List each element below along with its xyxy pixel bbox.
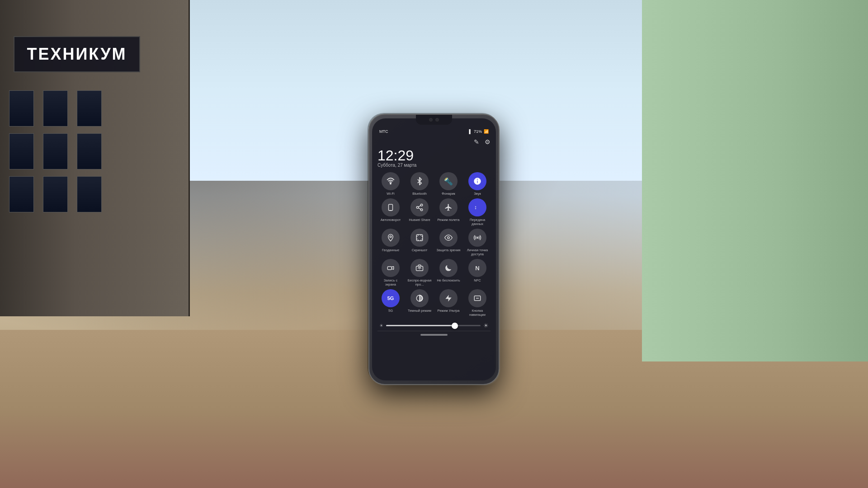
edit-button[interactable]: ✎ bbox=[474, 138, 479, 145]
camera bbox=[429, 118, 433, 122]
tile-icon-auto-rotate bbox=[382, 198, 400, 216]
tile-icon-5g: 5G bbox=[382, 289, 400, 307]
tile-icon-ultra-mode bbox=[439, 289, 458, 307]
tile-label-sound: Звук bbox=[474, 192, 481, 196]
svg-point-2 bbox=[420, 204, 423, 206]
tile-icon-wireless-proj bbox=[410, 259, 429, 277]
tile-flashlight[interactable]: 🔦Фонарик bbox=[435, 172, 462, 196]
tile-5g[interactable]: 5G5G bbox=[377, 289, 404, 317]
svg-rect-1 bbox=[389, 204, 393, 211]
tile-label-ultra-mode: Режим Ультра bbox=[438, 309, 460, 313]
clock-time: 12:29 bbox=[377, 148, 491, 163]
battery-icon: ▌ bbox=[469, 129, 472, 134]
tile-wifi[interactable]: Wi-Fi bbox=[377, 172, 404, 196]
svg-line-5 bbox=[418, 208, 420, 209]
tile-sound[interactable]: Звук bbox=[464, 172, 491, 196]
tile-ultra-mode[interactable]: Режим Ультра bbox=[435, 289, 462, 317]
tile-icon-eye-protection bbox=[439, 229, 458, 247]
tile-label-dark-mode: Темный режим bbox=[408, 309, 431, 313]
tile-data-transfer[interactable]: ↕ Передача данных bbox=[464, 198, 491, 226]
tile-label-nfc: NFC bbox=[474, 278, 481, 282]
tile-label-nav-button: Кнопка навигации bbox=[465, 309, 490, 317]
home-indicator bbox=[420, 334, 448, 336]
tile-icon-flashlight: 🔦 bbox=[439, 172, 458, 190]
store-sign: ТЕХНИКУМ bbox=[14, 36, 140, 72]
qs-topbar: ✎ ⚙ bbox=[377, 138, 491, 145]
clock-area: 12:29 Суббота, 27 марта bbox=[377, 148, 491, 168]
tile-icon-nfc: N bbox=[468, 259, 486, 277]
signal-icon: 📶 bbox=[484, 129, 489, 134]
svg-point-3 bbox=[416, 206, 419, 209]
status-right: ▌ 71% 📶 bbox=[469, 129, 489, 134]
status-bar: МТС ▌ 71% 📶 bbox=[372, 127, 496, 135]
tile-label-wireless-proj: Беспро-водная про... bbox=[407, 278, 432, 286]
tile-label-hotspot: Личная точка доступа bbox=[465, 248, 490, 256]
tile-bluetooth[interactable]: Bluetooth bbox=[406, 172, 433, 196]
carrier: МТС bbox=[379, 129, 388, 134]
tile-icon-nav-button bbox=[468, 289, 486, 307]
phone-device: МТС ▌ 71% 📶 ✎ ⚙ 12:29 Суббота, 27 марта bbox=[368, 114, 500, 385]
tile-huawei-share[interactable]: Huawei Share bbox=[406, 198, 433, 226]
phone-screen: МТС ▌ 71% 📶 ✎ ⚙ 12:29 Суббота, 27 марта bbox=[372, 118, 496, 380]
svg-text:↕: ↕ bbox=[474, 204, 477, 210]
settings-button[interactable]: ⚙ bbox=[485, 138, 491, 145]
tile-airplane[interactable]: Режим полета bbox=[435, 198, 462, 226]
svg-rect-9 bbox=[416, 235, 423, 241]
tile-icon-huawei-share bbox=[410, 198, 429, 216]
svg-point-0 bbox=[390, 183, 391, 184]
tile-dark-mode[interactable]: Темный режим bbox=[406, 289, 433, 317]
clock-date: Суббота, 27 марта bbox=[377, 163, 491, 168]
tile-label-geodata: Геоданные bbox=[382, 248, 399, 252]
tile-icon-wifi bbox=[382, 172, 400, 190]
svg-point-4 bbox=[420, 209, 423, 211]
building-windows bbox=[9, 90, 104, 212]
tile-label-airplane: Режим полета bbox=[437, 218, 459, 222]
tile-label-5g: 5G bbox=[388, 309, 393, 313]
brightness-min-icon: ☀ bbox=[379, 323, 383, 328]
quick-settings-panel: ✎ ⚙ 12:29 Суббота, 27 марта Wi-Fi Blueto… bbox=[372, 135, 496, 342]
battery-level: 71% bbox=[474, 129, 482, 134]
tile-screenshot[interactable]: Скриншот bbox=[406, 229, 433, 256]
bottom-bar bbox=[377, 331, 491, 338]
svg-line-6 bbox=[418, 206, 420, 207]
tile-icon-bluetooth bbox=[410, 172, 429, 190]
tile-label-wifi: Wi-Fi bbox=[387, 192, 395, 196]
tile-geodata[interactable]: Геоданные bbox=[377, 229, 404, 256]
building-left: ТЕХНИКУМ bbox=[0, 0, 190, 316]
brightness-thumb[interactable] bbox=[452, 323, 458, 329]
tile-hotspot[interactable]: Личная точка доступа bbox=[464, 229, 491, 256]
brightness-fill bbox=[386, 325, 454, 326]
tile-icon-screenshot bbox=[410, 229, 429, 247]
tile-icon-data-transfer: ↕ bbox=[468, 198, 486, 216]
tile-dnd[interactable]: Не беспокоить bbox=[435, 259, 462, 286]
tile-icon-sound bbox=[468, 172, 486, 190]
tile-label-eye-protection: Защита зрения bbox=[437, 248, 461, 252]
tile-screen-record[interactable]: Запись с экрана bbox=[377, 259, 404, 286]
brightness-slider[interactable] bbox=[386, 325, 481, 326]
tile-label-flashlight: Фонарик bbox=[442, 192, 455, 196]
tile-label-auto-rotate: Автоповорот bbox=[381, 218, 401, 222]
tile-icon-screen-record bbox=[382, 259, 400, 277]
tile-eye-protection[interactable]: Защита зрения bbox=[435, 229, 462, 256]
svg-point-11 bbox=[477, 237, 478, 239]
svg-marker-16 bbox=[445, 295, 452, 302]
tile-label-screenshot: Скриншот bbox=[412, 248, 428, 252]
tile-icon-airplane bbox=[439, 198, 458, 216]
svg-point-8 bbox=[390, 236, 392, 238]
tile-auto-rotate[interactable]: Автоповорот bbox=[377, 198, 404, 226]
speaker bbox=[435, 118, 439, 122]
tile-label-bluetooth: Bluetooth bbox=[412, 192, 427, 196]
tile-nfc[interactable]: NNFC bbox=[464, 259, 491, 286]
notch bbox=[416, 115, 452, 125]
tile-nav-button[interactable]: Кнопка навигации bbox=[464, 289, 491, 317]
tile-label-screen-record: Запись с экрана bbox=[378, 278, 403, 286]
tile-icon-dnd bbox=[439, 259, 458, 277]
svg-rect-12 bbox=[387, 267, 392, 270]
tile-wireless-proj[interactable]: Беспро-водная про... bbox=[406, 259, 433, 286]
brightness-max-icon: ☀ bbox=[483, 322, 489, 329]
tile-label-huawei-share: Huawei Share bbox=[409, 218, 430, 222]
tile-icon-dark-mode bbox=[410, 289, 429, 307]
phone-body: МТС ▌ 71% 📶 ✎ ⚙ 12:29 Суббота, 27 марта bbox=[368, 114, 500, 385]
tile-icon-hotspot bbox=[468, 229, 486, 247]
svg-point-10 bbox=[448, 237, 450, 239]
